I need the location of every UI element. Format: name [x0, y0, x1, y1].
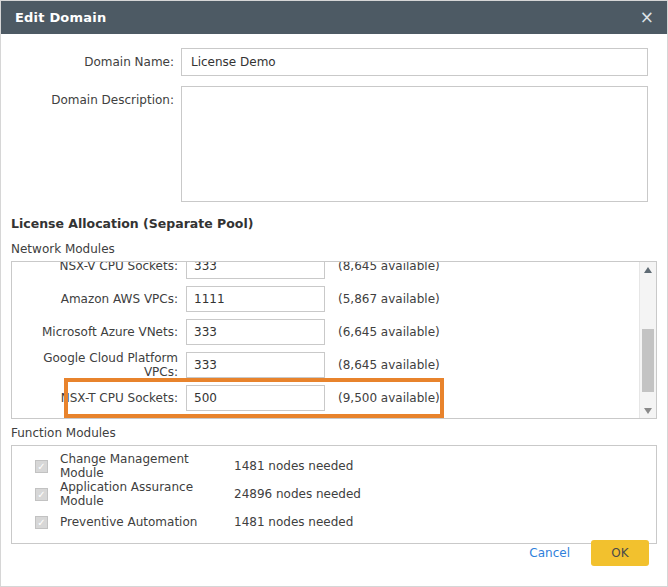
- domain-description-label: Domain Description:: [11, 86, 181, 202]
- domain-description-row: Domain Description:: [11, 86, 657, 202]
- dialog-footer: Cancel OK: [529, 540, 649, 566]
- function-module-row: ✓ Preventive Automation 1481 nodes neede…: [12, 508, 656, 536]
- ok-button[interactable]: OK: [591, 540, 649, 566]
- module-available-text: (8,645 available): [338, 358, 440, 372]
- function-module-name: Change Management Module: [60, 452, 234, 480]
- function-module-nodes: 1481 nodes needed: [234, 459, 353, 473]
- domain-name-row: Domain Name:: [11, 48, 657, 76]
- dialog-body: Domain Name: Domain Description: License…: [1, 34, 667, 544]
- scroll-up-icon: [644, 267, 652, 273]
- network-modules-label: Network Modules: [11, 242, 657, 256]
- module-available-text: (8,645 available): [338, 261, 440, 273]
- cancel-button[interactable]: Cancel: [529, 546, 570, 560]
- module-label: Amazon AWS VPCs:: [12, 292, 186, 306]
- function-modules-label: Function Modules: [11, 426, 657, 440]
- license-allocation-title: License Allocation (Separate Pool): [11, 216, 657, 231]
- scroll-up-button[interactable]: [640, 262, 656, 277]
- network-modules-rows: NSX-V CPU Sockets: (8,645 available) Ama…: [12, 261, 656, 414]
- microsoft-azure-vnets-input[interactable]: [186, 319, 325, 345]
- module-available-text: (5,867 available): [338, 292, 440, 306]
- module-available-text: (9,500 available): [338, 391, 440, 405]
- preventive-automation-checkbox[interactable]: ✓: [35, 516, 48, 529]
- dialog-title: Edit Domain: [15, 10, 106, 25]
- network-module-row: Microsoft Azure VNets: (6,645 available): [12, 315, 639, 348]
- nsx-t-cpu-sockets-input[interactable]: [186, 385, 325, 411]
- module-label: NSX-T CPU Sockets:: [12, 391, 186, 405]
- dialog-titlebar: Edit Domain ×: [1, 1, 667, 34]
- function-modules-box: ✓ Change Management Module 1481 nodes ne…: [11, 445, 657, 544]
- module-label: Google Cloud Platform VPCs:: [12, 351, 186, 379]
- function-module-row: ✓ Application Assurance Module 24896 nod…: [12, 480, 656, 508]
- nsx-v-cpu-sockets-input[interactable]: [186, 261, 325, 279]
- amazon-aws-vpcs-input[interactable]: [186, 286, 325, 312]
- function-module-nodes: 1481 nodes needed: [234, 515, 353, 529]
- domain-description-input[interactable]: [181, 86, 648, 202]
- network-module-row-highlighted: NSX-T CPU Sockets: (9,500 available): [12, 381, 639, 414]
- function-module-name: Application Assurance Module: [60, 480, 234, 508]
- domain-name-label: Domain Name:: [11, 48, 181, 76]
- function-module-nodes: 24896 nodes needed: [234, 487, 361, 501]
- network-module-row: NSX-V CPU Sockets: (8,645 available): [12, 261, 639, 282]
- change-management-checkbox[interactable]: ✓: [35, 460, 48, 473]
- network-modules-scroll-area: NSX-V CPU Sockets: (8,645 available) Ama…: [11, 261, 657, 419]
- module-label: Microsoft Azure VNets:: [12, 325, 186, 339]
- application-assurance-checkbox[interactable]: ✓: [35, 488, 48, 501]
- module-label: NSX-V CPU Sockets:: [12, 261, 186, 273]
- scrollbar-thumb[interactable]: [642, 329, 654, 392]
- scroll-down-button[interactable]: [640, 403, 656, 418]
- google-cloud-platform-vpcs-input[interactable]: [186, 352, 325, 378]
- vertical-scrollbar[interactable]: [639, 262, 656, 418]
- domain-name-input[interactable]: [181, 48, 648, 76]
- network-module-row: Google Cloud Platform VPCs: (8,645 avail…: [12, 348, 639, 381]
- function-module-name: Preventive Automation: [60, 515, 234, 529]
- scroll-down-icon: [644, 408, 652, 414]
- network-module-row: Amazon AWS VPCs: (5,867 available): [12, 282, 639, 315]
- close-icon[interactable]: ×: [640, 9, 654, 26]
- function-module-row: ✓ Change Management Module 1481 nodes ne…: [12, 452, 656, 480]
- module-available-text: (6,645 available): [338, 325, 440, 339]
- edit-domain-dialog: Edit Domain × Domain Name: Domain Descri…: [0, 0, 668, 587]
